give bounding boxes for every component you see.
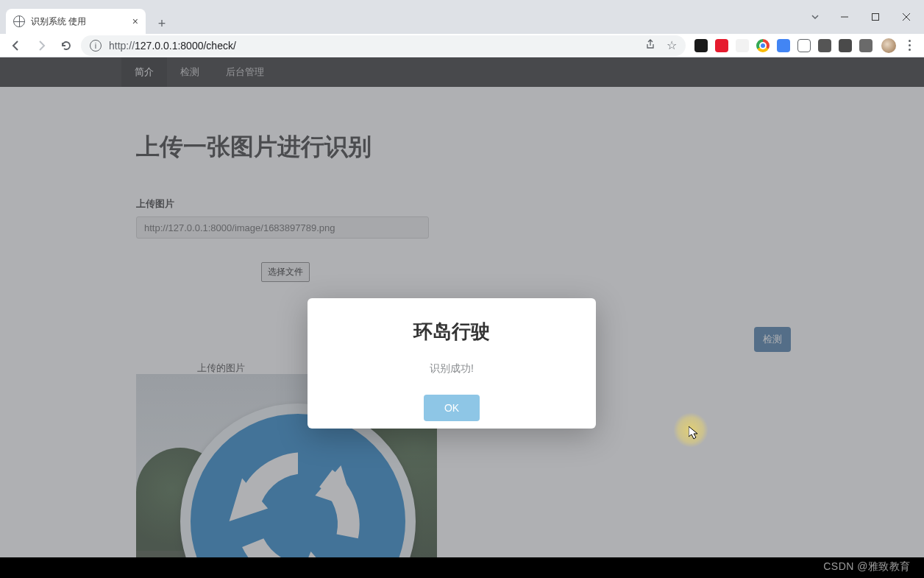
ext-pencil-icon[interactable] xyxy=(736,39,749,52)
close-icon[interactable]: × xyxy=(132,15,138,27)
page-viewport: 简介检测后台管理 上传一张图片进行识别 上传图片 选择文件 检测 上传的图片 xyxy=(0,57,924,557)
reload-button[interactable] xyxy=(56,35,77,56)
tab-search-button[interactable] xyxy=(802,6,828,28)
ext-opera-icon[interactable] xyxy=(715,39,728,52)
watermark-bar: CSDN @雅致教育 xyxy=(0,557,924,578)
modal-ok-button[interactable]: OK xyxy=(424,395,480,421)
back-button[interactable] xyxy=(6,35,26,56)
modal-title: 环岛行驶 xyxy=(413,319,490,345)
minimize-button[interactable] xyxy=(830,6,859,28)
window-controls xyxy=(802,0,924,34)
ext-chrome-icon[interactable] xyxy=(756,39,770,52)
browser-tab-active[interactable]: 识别系统 使用 × xyxy=(6,9,146,34)
modal-message: 识别成功! xyxy=(430,362,474,376)
ext-printer-icon[interactable] xyxy=(859,39,873,52)
watermark-text: CSDN @雅致教育 xyxy=(823,560,911,574)
globe-icon xyxy=(13,15,25,27)
kebab-menu-icon[interactable] xyxy=(900,37,918,54)
ext-globe-icon[interactable] xyxy=(818,39,831,52)
cursor-icon xyxy=(689,426,699,440)
forward-button[interactable] xyxy=(31,35,51,56)
close-window-button[interactable] xyxy=(892,6,921,28)
tab-title: 识别系统 使用 xyxy=(31,15,86,28)
ext-translate-icon[interactable] xyxy=(777,39,790,52)
new-tab-button[interactable]: + xyxy=(152,13,172,34)
extensions-area xyxy=(690,39,877,52)
bookmark-icon[interactable]: ☆ xyxy=(667,38,677,52)
svg-marker-7 xyxy=(689,426,697,439)
svg-rect-1 xyxy=(873,14,879,21)
profile-avatar[interactable] xyxy=(881,38,896,53)
ext-circle1-icon[interactable] xyxy=(797,39,811,52)
url-text: http://127.0.0.1:8000/check/ xyxy=(109,40,236,52)
ext-grid-icon[interactable] xyxy=(694,39,708,52)
site-info-icon[interactable]: i xyxy=(90,40,102,52)
result-modal: 环岛行驶 识别成功! OK xyxy=(308,298,596,429)
maximize-button[interactable] xyxy=(861,6,890,28)
ext-puzzle-icon[interactable] xyxy=(839,39,852,52)
address-bar[interactable]: i http://127.0.0.1:8000/check/ ☆ xyxy=(81,35,686,56)
browser-tab-strip: 识别系统 使用 × + xyxy=(0,0,924,34)
share-icon[interactable] xyxy=(644,38,656,52)
browser-toolbar: i http://127.0.0.1:8000/check/ ☆ xyxy=(0,34,924,57)
